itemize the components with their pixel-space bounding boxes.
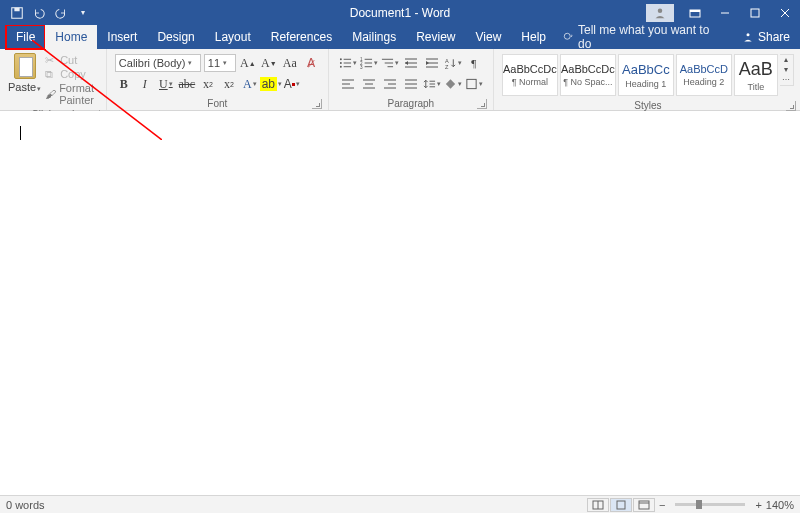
- document-area[interactable]: [0, 111, 800, 495]
- increase-indent-button[interactable]: [423, 54, 441, 72]
- text-effects-button[interactable]: A: [241, 75, 259, 93]
- style-heading-2[interactable]: AaBbCcDHeading 2: [676, 54, 732, 96]
- justify-button[interactable]: [402, 75, 420, 93]
- italic-button[interactable]: I: [136, 75, 154, 93]
- underline-button[interactable]: U: [157, 75, 175, 93]
- tab-help[interactable]: Help: [511, 25, 556, 49]
- svg-rect-49: [467, 79, 476, 88]
- quick-access-toolbar: ▾: [0, 6, 90, 20]
- tab-home[interactable]: Home: [45, 25, 97, 49]
- strikethrough-button[interactable]: abc: [178, 75, 196, 93]
- decrease-indent-button[interactable]: [402, 54, 420, 72]
- copy-icon: ⧉: [45, 68, 57, 80]
- font-name-combo[interactable]: Calibri (Body)▾: [115, 54, 201, 72]
- clear-formatting-button[interactable]: A̷: [302, 54, 320, 72]
- tab-references[interactable]: References: [261, 25, 342, 49]
- text-cursor: [20, 126, 21, 140]
- shrink-font-button[interactable]: A▼: [260, 54, 278, 72]
- close-icon[interactable]: [770, 0, 800, 25]
- svg-rect-4: [690, 10, 700, 12]
- zoom-slider[interactable]: [675, 503, 745, 506]
- shading-button[interactable]: [444, 75, 462, 93]
- undo-icon[interactable]: [32, 6, 46, 20]
- group-styles-label: Styles: [634, 100, 661, 111]
- group-clipboard: Paste ✂Cut ⧉Copy 🖌Format Painter Clipboa…: [0, 49, 107, 110]
- svg-rect-57: [639, 501, 649, 509]
- borders-button[interactable]: [465, 75, 483, 93]
- highlight-button[interactable]: ab: [262, 75, 280, 93]
- bold-button[interactable]: B: [115, 75, 133, 93]
- share-button[interactable]: Share: [732, 25, 800, 49]
- zoom-level[interactable]: 140%: [766, 499, 794, 511]
- tab-view[interactable]: View: [466, 25, 512, 49]
- status-bar: 0 words − + 140%: [0, 495, 800, 513]
- cut-button[interactable]: ✂Cut: [45, 54, 98, 66]
- show-marks-button[interactable]: ¶: [465, 54, 483, 72]
- svg-rect-6: [751, 9, 759, 17]
- group-font-label: Font: [207, 98, 227, 109]
- redo-icon[interactable]: [54, 6, 68, 20]
- font-color-button[interactable]: A: [283, 75, 301, 93]
- ribbon-display-icon[interactable]: [680, 0, 710, 25]
- group-paragraph: 123 AZ ¶ Paragraph: [329, 49, 494, 110]
- word-count[interactable]: 0 words: [6, 499, 45, 511]
- line-spacing-button[interactable]: [423, 75, 441, 93]
- read-mode-button[interactable]: [587, 498, 609, 512]
- align-center-button[interactable]: [360, 75, 378, 93]
- tab-design[interactable]: Design: [147, 25, 204, 49]
- paragraph-dialog-launcher[interactable]: [477, 99, 487, 109]
- subscript-button[interactable]: x2: [199, 75, 217, 93]
- web-layout-button[interactable]: [633, 498, 655, 512]
- svg-text:3: 3: [360, 65, 363, 70]
- styles-dialog-launcher[interactable]: [786, 101, 796, 111]
- ribbon: Paste ✂Cut ⧉Copy 🖌Format Painter Clipboa…: [0, 49, 800, 111]
- bullets-button[interactable]: [339, 54, 357, 72]
- svg-point-15: [340, 66, 342, 68]
- style-no-spacing[interactable]: AaBbCcDc¶ No Spac...: [560, 54, 616, 96]
- tell-me-search[interactable]: Tell me what you want to do: [556, 25, 732, 49]
- tab-mailings[interactable]: Mailings: [342, 25, 406, 49]
- font-size-combo[interactable]: 11▾: [204, 54, 236, 72]
- copy-button[interactable]: ⧉Copy: [45, 68, 98, 80]
- align-right-button[interactable]: [381, 75, 399, 93]
- paste-button[interactable]: Paste: [8, 53, 41, 93]
- qat-more-icon[interactable]: ▾: [76, 6, 90, 20]
- zoom-out-button[interactable]: −: [659, 499, 665, 511]
- tab-review[interactable]: Review: [406, 25, 465, 49]
- title-bar: ▾ Document1 - Word: [0, 0, 800, 25]
- multilevel-list-button[interactable]: [381, 54, 399, 72]
- superscript-button[interactable]: x2: [220, 75, 238, 93]
- change-case-button[interactable]: Aa: [281, 54, 299, 72]
- tab-layout[interactable]: Layout: [205, 25, 261, 49]
- format-painter-button[interactable]: 🖌Format Painter: [45, 82, 98, 106]
- svg-point-13: [340, 62, 342, 64]
- ribbon-tabs: File Home Insert Design Layout Reference…: [0, 25, 800, 49]
- window-title: Document1 - Word: [350, 6, 450, 20]
- zoom-in-button[interactable]: +: [755, 499, 761, 511]
- save-icon[interactable]: [10, 6, 24, 20]
- sort-button[interactable]: AZ: [444, 54, 462, 72]
- maximize-icon[interactable]: [740, 0, 770, 25]
- account-icon[interactable]: [646, 4, 674, 22]
- numbering-button[interactable]: 123: [360, 54, 378, 72]
- svg-rect-56: [617, 501, 625, 509]
- styles-gallery-more[interactable]: ▴▾⋯: [780, 54, 794, 86]
- align-left-button[interactable]: [339, 75, 357, 93]
- group-paragraph-label: Paragraph: [387, 98, 434, 109]
- tab-insert[interactable]: Insert: [97, 25, 147, 49]
- style-normal[interactable]: AaBbCcDc¶ Normal: [502, 54, 558, 96]
- group-styles: AaBbCcDc¶ Normal AaBbCcDc¶ No Spac... Aa…: [494, 49, 800, 110]
- view-buttons: [587, 498, 655, 512]
- print-layout-button[interactable]: [610, 498, 632, 512]
- tab-file[interactable]: File: [6, 25, 45, 49]
- svg-point-11: [340, 58, 342, 60]
- minimize-icon[interactable]: [710, 0, 740, 25]
- paste-icon: [14, 53, 36, 79]
- font-dialog-launcher[interactable]: [312, 99, 322, 109]
- style-heading-1[interactable]: AaBbCcHeading 1: [618, 54, 674, 96]
- scissors-icon: ✂: [45, 54, 57, 66]
- svg-point-2: [658, 8, 663, 13]
- grow-font-button[interactable]: A▲: [239, 54, 257, 72]
- window-controls: [646, 0, 800, 25]
- style-title[interactable]: AaBTitle: [734, 54, 778, 96]
